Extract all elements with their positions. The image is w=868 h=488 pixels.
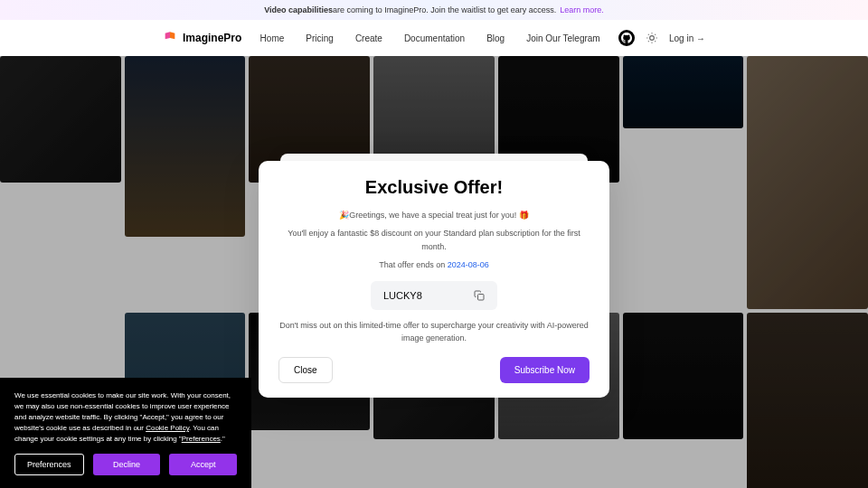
brand-name: ImaginePro (183, 32, 241, 44)
modal-buttons: Close Subscribe Now (278, 357, 590, 383)
gallery-image (747, 313, 868, 488)
header: ImaginePro Home Pricing Create Documenta… (0, 20, 868, 56)
preferences-button[interactable]: Preferences (14, 454, 84, 475)
gallery-image (747, 56, 868, 309)
nav-pricing[interactable]: Pricing (306, 33, 334, 43)
github-icon[interactable] (618, 30, 635, 46)
nav-create[interactable]: Create (355, 33, 382, 43)
subscribe-now-button[interactable]: Subscribe Now (500, 357, 590, 383)
modal-discount-text: You'll enjoy a fantastic $8 discount on … (278, 227, 590, 253)
gallery-image (623, 56, 744, 128)
gallery-image (125, 56, 246, 237)
nav-telegram[interactable]: Join Our Telegram (526, 33, 600, 43)
svg-point-0 (650, 36, 655, 41)
copy-icon[interactable] (474, 290, 485, 301)
banner-bold: Video capabilities (264, 5, 333, 14)
exclusive-offer-modal: Exclusive Offer! 🎉Greetings, we have a s… (259, 161, 609, 398)
logo[interactable]: ImaginePro (163, 31, 241, 45)
modal-title: Exclusive Offer! (278, 177, 590, 198)
cookie-text: We use essential cookies to make our sit… (14, 390, 237, 445)
promo-code-box: LUCKY8 (371, 281, 497, 310)
promo-code: LUCKY8 (383, 290, 422, 301)
cookie-policy-link[interactable]: Cookie Policy (146, 424, 189, 432)
preferences-link[interactable]: Preferences (182, 435, 221, 443)
cookie-consent: We use essential cookies to make our sit… (0, 378, 251, 488)
modal-expire: That offer ends on 2024-08-06 (278, 258, 590, 271)
announcement-banner: Video capabilities are coming to Imagine… (0, 0, 868, 20)
banner-text: are coming to ImaginePro. Join the waitl… (333, 5, 556, 14)
header-right: Log in → (618, 30, 705, 46)
banner-link[interactable]: Learn more. (560, 5, 604, 14)
main-nav: Home Pricing Create Documentation Blog J… (260, 33, 600, 43)
gallery-image (623, 313, 744, 439)
nav-blog[interactable]: Blog (486, 33, 505, 43)
close-button[interactable]: Close (278, 357, 333, 383)
logo-icon (163, 31, 177, 45)
theme-toggle-icon[interactable] (646, 32, 658, 44)
modal-expire-date: 2024-08-06 (448, 260, 489, 269)
modal-greeting: 🎉Greetings, we have a special treat just… (278, 209, 590, 221)
accept-button[interactable]: Accept (169, 454, 237, 475)
cookie-buttons: Preferences Decline Accept (14, 454, 237, 475)
login-link[interactable]: Log in → (669, 33, 705, 43)
nav-home[interactable]: Home (260, 33, 285, 43)
svg-rect-1 (478, 294, 485, 300)
decline-button[interactable]: Decline (93, 454, 161, 475)
modal-footer-text: Don't miss out on this limited-time offe… (278, 319, 590, 345)
modal-expire-prefix: That offer ends on (379, 260, 447, 269)
gallery-image (0, 56, 121, 183)
nav-documentation[interactable]: Documentation (404, 33, 465, 43)
